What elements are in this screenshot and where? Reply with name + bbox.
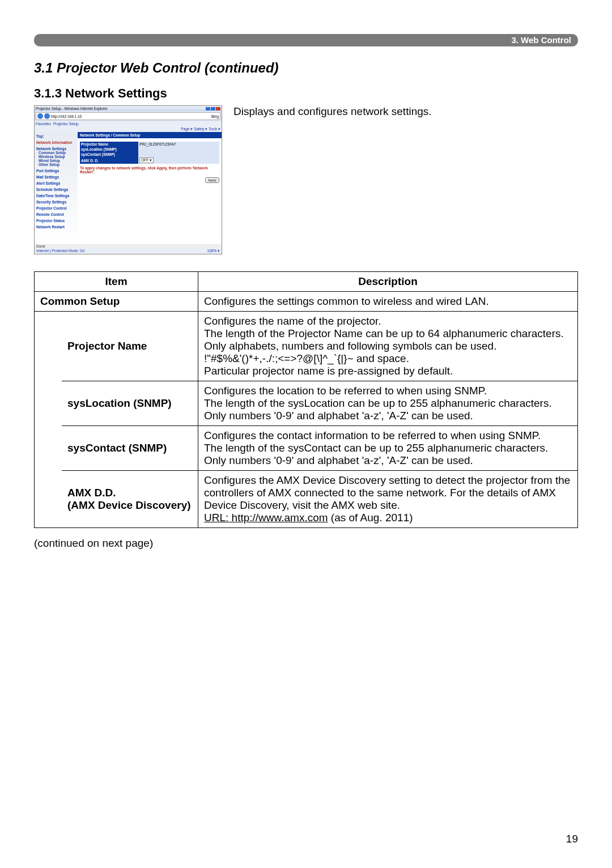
row-common-setup-item: Common Setup: [35, 292, 198, 312]
row-common-setup-desc: Configures the settings common to wirele…: [198, 292, 578, 312]
status-zoom[interactable]: 100% ▾: [207, 249, 220, 253]
tab-label[interactable]: Projector Setup: [53, 122, 79, 126]
nav-forward-icon[interactable]: [44, 113, 50, 119]
projector-name-label: Projector Name: [80, 142, 138, 147]
apply-warning: To apply changes to network settings, cl…: [80, 166, 219, 174]
url-field[interactable]: http://192.168.1.10: [51, 114, 210, 118]
row-projector-name-desc: Configures the name of the projector. Th…: [198, 312, 578, 381]
sidebar-port-settings[interactable]: Port Settings: [36, 169, 76, 173]
apply-button[interactable]: Apply: [205, 177, 219, 183]
chapter-bar: 3. Web Control: [34, 34, 578, 46]
th-description: Description: [198, 272, 578, 292]
row-syscontact-desc: Configures the contact information to be…: [198, 426, 578, 471]
sidebar-mail-settings[interactable]: Mail Settings: [36, 175, 76, 179]
sidebar-security-settings[interactable]: Security Settings: [36, 200, 76, 204]
window-titlebar: Projector Setup - Windows Internet Explo…: [35, 106, 222, 111]
syslocation-input[interactable]: [138, 147, 219, 152]
browser-window: Projector Setup - Windows Internet Explo…: [34, 105, 222, 254]
nav-back-icon[interactable]: [37, 113, 43, 119]
maximize-icon[interactable]: [211, 107, 215, 110]
intro-text: Displays and configures network settings…: [233, 105, 432, 254]
close-icon[interactable]: [216, 107, 220, 110]
amx-select[interactable]: OFF ▾: [139, 158, 154, 163]
sidebar-common-setup[interactable]: Common Setup: [39, 151, 76, 155]
sidebar-schedule-settings[interactable]: Schedule Settings: [36, 188, 76, 192]
sidebar-network-settings[interactable]: Network Settings: [36, 147, 76, 151]
favorites-label[interactable]: Favorites: [36, 122, 51, 126]
row-amx-desc-pre: Configures the AMX Device Discovery sett…: [204, 474, 570, 511]
projector-name-input[interactable]: PRJ_0123F07123FA7: [138, 142, 219, 147]
sidebar-datetime-settings[interactable]: Date/Time Settings: [36, 194, 76, 198]
ie-toolbar[interactable]: Page ▾ Safety ▾ Tools ▾: [35, 126, 222, 132]
section-title: 3.1 Projector Web Control (continued): [34, 60, 578, 76]
row-amx-item: AMX D.D. (AMX Device Discovery): [62, 471, 198, 528]
sidebar-wireless-setup[interactable]: Wireless Setup: [39, 155, 76, 159]
sidebar-projector-control[interactable]: Projector Control: [36, 206, 76, 210]
row-syslocation-desc: Configures the location to be referred t…: [198, 381, 578, 426]
address-bar[interactable]: http://192.168.1.10 Bing: [36, 112, 220, 120]
sidebar-projector-status[interactable]: Projector Status: [36, 219, 76, 223]
status-zone: Internet | Protected Mode: On: [36, 249, 85, 253]
continued-note: (continued on next page): [34, 537, 578, 550]
syslocation-label: sysLocation (SNMP): [80, 147, 138, 152]
row-amx-desc: Configures the AMX Device Discovery sett…: [198, 471, 578, 528]
amx-url-link[interactable]: URL: http://www.amx.com: [204, 512, 328, 524]
sidebar: Top: Network Information Network Setting…: [35, 132, 78, 244]
sidebar-network-restart[interactable]: Network Restart: [36, 225, 76, 229]
sidebar-network-information[interactable]: Network Information: [36, 141, 76, 144]
row-projector-name-item: Projector Name: [62, 312, 198, 381]
status-done: Done: [35, 244, 222, 248]
sidebar-remote-control[interactable]: Remote Control: [36, 212, 76, 216]
sidebar-top[interactable]: Top:: [36, 134, 76, 138]
sidebar-alert-settings[interactable]: Alert Settings: [36, 181, 76, 185]
th-item: Item: [35, 272, 198, 292]
syscontact-label: sysContact (SNMP): [80, 152, 138, 157]
minimize-icon[interactable]: [206, 107, 210, 110]
panel-title: Network Settings / Common Setup: [78, 132, 222, 138]
description-table: Item Description Common Setup Configures…: [34, 271, 578, 528]
amx-label: AMX D. D.: [80, 157, 138, 164]
row-syscontact-item: sysContact (SNMP): [62, 426, 198, 471]
page-number: 19: [566, 833, 578, 845]
window-title: Projector Setup - Windows Internet Explo…: [36, 107, 108, 110]
row-amx-desc-post: (as of Aug. 2011): [328, 512, 413, 524]
main-panel: Network Settings / Common Setup Projecto…: [78, 132, 222, 244]
chapter-label: 3. Web Control: [511, 35, 571, 45]
subsection-title: 3.1.3 Network Settings: [34, 86, 578, 101]
row-syslocation-item: sysLocation (SNMP): [62, 381, 198, 426]
sidebar-wired-setup[interactable]: Wired Setup: [39, 159, 76, 163]
syscontact-input[interactable]: [138, 152, 219, 157]
search-field[interactable]: Bing: [211, 114, 219, 118]
indent-spacer: [35, 312, 62, 528]
sidebar-other-setup[interactable]: Other Setup: [39, 163, 76, 167]
